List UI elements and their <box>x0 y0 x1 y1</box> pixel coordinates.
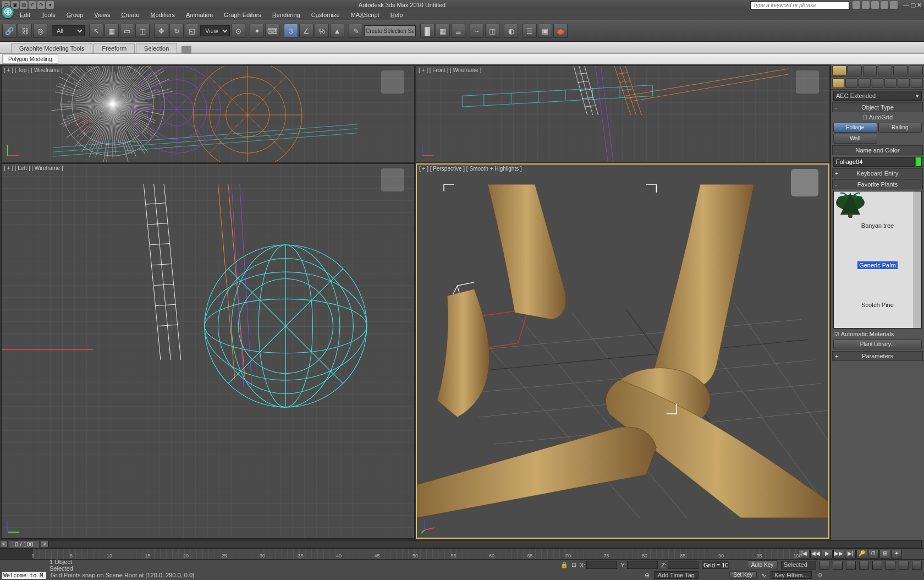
subcategory-combo[interactable]: AEC Extended▾ <box>833 91 922 101</box>
viewport-perspective[interactable]: [ + ] [ Perspective ] [ Smooth + Highlig… <box>416 163 829 539</box>
mirror-icon[interactable]: ▐▌ <box>420 24 435 38</box>
track-bar-track[interactable] <box>48 540 922 548</box>
sub-ribbon-polymodel[interactable]: Polygon Modeling <box>2 54 58 64</box>
x-coord-input[interactable] <box>586 561 617 569</box>
autokey-button[interactable]: Auto Key <box>747 560 778 570</box>
spacewarps-cat-icon[interactable] <box>898 78 910 88</box>
rotate-icon[interactable]: ↻ <box>169 24 184 38</box>
close-button[interactable]: ✕ <box>917 2 922 9</box>
schematic-icon[interactable]: ◫ <box>485 24 499 38</box>
cameras-cat-icon[interactable] <box>872 78 884 88</box>
ribbon-tab-graphite[interactable]: Graphite Modeling Tools <box>11 43 92 53</box>
undo-icon[interactable]: ↶ <box>29 1 36 9</box>
nav1-icon[interactable]: ⊞ <box>879 550 890 559</box>
add-time-tag-button[interactable]: Add Time Tag <box>654 571 698 579</box>
named-sel-edit-icon[interactable]: ✎ <box>349 24 363 38</box>
rollout-object-type[interactable]: -Object Type <box>832 102 923 112</box>
nav2-icon[interactable]: ✦ <box>891 550 902 559</box>
hierarchy-tab-icon[interactable] <box>863 65 877 75</box>
rollout-favorite-plants[interactable]: -Favorite Plants <box>832 179 923 189</box>
fov-icon[interactable] <box>872 561 882 570</box>
viewport-label-front[interactable]: [ + ] [ Front ] [ Wireframe ] <box>419 67 481 73</box>
search-submit-icon[interactable] <box>853 1 860 9</box>
auto-materials-checkbox[interactable]: ☑ Automatic Materials <box>831 330 924 338</box>
rollout-parameters[interactable]: +Parameters <box>832 351 923 361</box>
layers-icon[interactable]: ≣ <box>451 24 465 38</box>
track-next-icon[interactable]: > <box>41 540 48 548</box>
lock-icon[interactable]: 🔒 <box>560 561 568 568</box>
menu-edit[interactable]: Edit <box>15 10 35 19</box>
lights-cat-icon[interactable] <box>859 78 871 88</box>
object-name-input[interactable] <box>833 157 915 167</box>
geometry-cat-icon[interactable] <box>832 78 844 88</box>
viewcube-front[interactable] <box>796 70 819 94</box>
viewport-top[interactable]: [ + ] [ Top ] [ Wireframe ] <box>1 65 415 162</box>
max-toggle-icon[interactable] <box>899 561 909 570</box>
shapes-cat-icon[interactable] <box>845 78 857 88</box>
menu-animation[interactable]: Animation <box>182 10 217 19</box>
menu-group[interactable]: Group <box>62 10 88 19</box>
zoom-all-icon[interactable] <box>859 561 869 570</box>
menu-tools[interactable]: Tools <box>37 10 60 19</box>
z-coord-input[interactable] <box>668 561 698 569</box>
viewcube-top[interactable] <box>381 70 404 94</box>
qat-more-icon[interactable]: ▾ <box>46 1 54 9</box>
move-icon[interactable]: ✥ <box>154 24 168 38</box>
minimize-button[interactable]: — <box>903 2 909 9</box>
play-icon[interactable]: ▶ <box>822 550 833 559</box>
link-icon[interactable]: 🔗 <box>2 24 16 38</box>
unlink-icon[interactable]: ⛓ <box>18 24 32 38</box>
save-icon[interactable]: ▤ <box>20 1 28 9</box>
wall-button[interactable]: Wall <box>833 134 877 144</box>
current-frame-spinner[interactable]: 0 <box>816 572 824 578</box>
material-editor-icon[interactable]: ◐ <box>504 24 518 38</box>
angle-snap-icon[interactable]: ∠ <box>299 24 314 38</box>
manipulate-icon[interactable]: ✦ <box>250 24 264 38</box>
motion-tab-icon[interactable] <box>878 65 892 75</box>
menu-help[interactable]: Help <box>386 10 408 19</box>
select-name-icon[interactable]: ▦ <box>105 24 119 38</box>
plant-item-pine[interactable]: Scotch Pine <box>834 271 921 310</box>
redo-icon[interactable]: ↷ <box>37 1 45 9</box>
application-menu-button[interactable]: ⓢ <box>1 6 14 19</box>
modify-tab-icon[interactable] <box>848 65 862 75</box>
maximize-button[interactable]: ▢ <box>910 2 916 9</box>
menu-views[interactable]: Views <box>90 10 114 19</box>
viewport-label-left[interactable]: [ + ] [ Left ] [ Wireframe ] <box>4 165 63 171</box>
menu-customize[interactable]: Customize <box>307 10 344 19</box>
foliage-button[interactable]: Foliage <box>833 123 877 133</box>
time-ruler[interactable]: 0510152025303540455055606570758085909510… <box>33 549 798 559</box>
menu-graph-editors[interactable]: Graph Editors <box>219 10 266 19</box>
menu-maxscript[interactable]: MAXScript <box>346 10 384 19</box>
display-tab-icon[interactable] <box>893 65 908 75</box>
viewport-front[interactable]: [ + ] [ Front ] [ Wireframe ] <box>416 65 829 162</box>
window-cross-icon[interactable]: ◫ <box>135 24 150 38</box>
snap-toggle-icon[interactable]: 3 <box>284 24 298 38</box>
subscription-icon[interactable] <box>862 1 870 9</box>
ribbon-tab-freeform[interactable]: Freeform <box>94 43 135 53</box>
nav-misc-icon[interactable] <box>912 561 922 570</box>
goto-end-icon[interactable]: ▶| <box>845 550 856 559</box>
pivot-icon[interactable]: ⊙ <box>231 24 245 38</box>
pan-icon[interactable] <box>820 561 829 570</box>
railing-button[interactable]: Railing <box>878 123 922 133</box>
zoom-ext-icon[interactable] <box>886 561 895 570</box>
named-selection-combo[interactable] <box>364 25 416 36</box>
viewcube-persp[interactable] <box>791 169 818 196</box>
align-icon[interactable]: ▦ <box>436 24 450 38</box>
time-slider-handle[interactable] <box>0 549 33 559</box>
prev-frame-icon[interactable]: ◀◀ <box>810 550 821 559</box>
scale-icon[interactable]: ◱ <box>185 24 199 38</box>
plant-list-scrollbar[interactable] <box>914 191 921 328</box>
menu-modifiers[interactable]: Modifiers <box>146 10 179 19</box>
percent-snap-icon[interactable]: % <box>315 24 329 38</box>
ribbon-tab-selection[interactable]: Selection <box>136 43 177 53</box>
select-icon[interactable]: ↖ <box>89 24 103 38</box>
viewcube-left[interactable] <box>381 168 404 191</box>
favorites-icon[interactable] <box>881 1 888 9</box>
spinner-snap-icon[interactable]: ▲ <box>330 24 344 38</box>
viewport-left[interactable]: [ + ] [ Left ] [ Wireframe ] <box>1 163 415 539</box>
y-coord-input[interactable] <box>627 561 658 569</box>
utilities-tab-icon[interactable] <box>909 65 923 75</box>
create-tab-icon[interactable] <box>832 65 846 75</box>
